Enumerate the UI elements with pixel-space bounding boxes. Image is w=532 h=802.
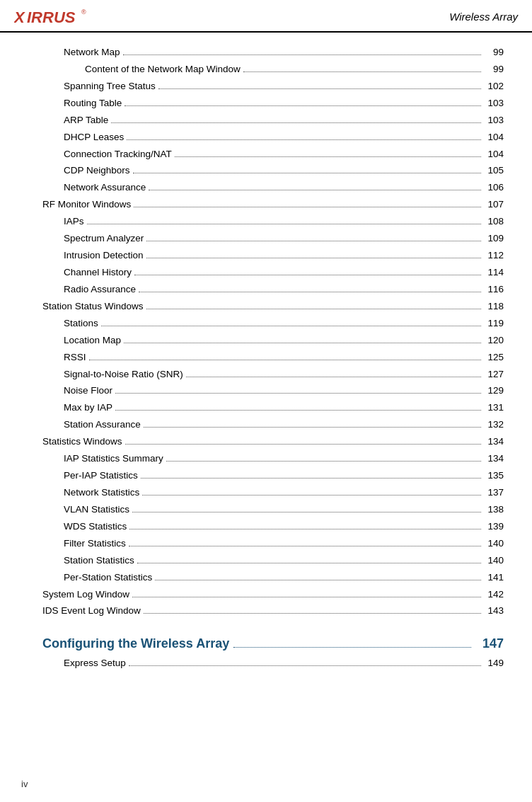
toc-entry: Max by IAP131	[42, 401, 504, 416]
toc-entry: CDP Neighbors105	[42, 164, 504, 178]
toc-dots	[186, 377, 481, 377]
toc-label: RF Monitor Windows	[42, 197, 131, 212]
toc-entry: Signal-to-Noise Ratio (SNR)127	[42, 367, 504, 382]
toc-page: 104	[484, 130, 504, 145]
toc-dots	[155, 580, 481, 580]
toc-label: IDS Event Log Window	[42, 604, 141, 619]
toc-dots	[132, 512, 481, 512]
toc-dots	[142, 495, 481, 495]
toc-label: Network Assurance	[64, 181, 146, 195]
toc-dots	[129, 546, 481, 546]
header-title: Wireless Array	[449, 11, 518, 23]
toc-page: 103	[484, 113, 504, 128]
toc-dots	[146, 258, 481, 258]
toc-dots	[124, 343, 481, 343]
page-number: iv	[21, 779, 28, 789]
toc-entry: Filter Statistics140	[42, 537, 504, 551]
toc-page: 114	[484, 265, 504, 280]
toc-label: Connection Tracking/NAT	[64, 147, 172, 162]
toc-page: 102	[484, 79, 504, 94]
toc-dots	[125, 105, 481, 106]
toc-dots	[149, 190, 481, 190]
toc-page: 107	[484, 197, 504, 212]
svg-text:®: ®	[81, 8, 86, 16]
toc-page: 134	[484, 435, 504, 449]
toc-label: VLAN Statistics	[64, 503, 129, 517]
toc-label: Spectrum Analyzer	[64, 231, 144, 246]
toc-page: 112	[484, 248, 504, 263]
toc-page: 109	[484, 231, 504, 246]
toc-entry: VLAN Statistics138	[42, 503, 504, 517]
toc-entries: Network Map99Content of the Network Map …	[42, 45, 504, 619]
toc-dots	[175, 156, 481, 157]
toc-dots	[146, 241, 481, 241]
toc-label: Per-IAP Statistics	[64, 469, 138, 483]
toc-page: 116	[484, 282, 504, 297]
toc-entry: Statistics Windows134	[42, 435, 504, 449]
toc-entry: Channel History114	[42, 265, 504, 280]
toc-label: IAPs	[64, 214, 84, 229]
toc-page: 118	[484, 299, 504, 314]
toc-page: 103	[484, 96, 504, 111]
big-heading-entry: Configuring the Wireless Array 147	[42, 634, 504, 653]
toc-page: 104	[484, 147, 504, 162]
toc-entry: ARP Table103	[42, 113, 504, 128]
toc-label: IAP Statistics Summary	[64, 452, 163, 466]
toc-label: Stations	[64, 316, 98, 331]
sub-entries: Express Setup149	[42, 656, 504, 671]
toc-label: Spanning Tree Status	[64, 79, 156, 94]
toc-entry: DHCP Leases104	[42, 130, 504, 145]
toc-entry: RF Monitor Windows107	[42, 197, 504, 212]
toc-page: 131	[484, 401, 504, 416]
toc-label: Noise Floor	[64, 384, 112, 399]
toc-dots	[146, 309, 481, 309]
toc-dots	[144, 613, 481, 614]
toc-dots	[123, 55, 481, 55]
toc-page: 142	[484, 588, 504, 602]
toc-label: Location Map	[64, 333, 121, 348]
toc-entry: Connection Tracking/NAT104	[42, 147, 504, 162]
toc-entry: Stations119	[42, 316, 504, 331]
toc-entry: System Log Window142	[42, 588, 504, 602]
toc-page: 139	[484, 520, 504, 534]
toc-dots	[129, 529, 481, 529]
toc-entry: Network Statistics137	[42, 486, 504, 500]
logo-area: X IRRUS ®	[14, 6, 92, 27]
toc-dots	[144, 427, 481, 428]
toc-entry: Spanning Tree Status102	[42, 79, 504, 94]
toc-dots	[166, 461, 481, 462]
toc-label: Filter Statistics	[64, 537, 126, 551]
toc-entry: Per-Station Statistics141	[42, 571, 504, 585]
toc-entry: IAP Statistics Summary134	[42, 452, 504, 466]
toc-entry: Network Map99	[42, 45, 504, 60]
xirrus-logo-icon: X IRRUS ®	[14, 6, 92, 27]
toc-page: 125	[484, 350, 504, 365]
toc-sub-label: Express Setup	[64, 656, 126, 671]
toc-page: 137	[484, 486, 504, 500]
toc-page: 140	[484, 554, 504, 568]
toc-sub-dots	[129, 665, 481, 666]
toc-page: 129	[484, 384, 504, 399]
toc-label: Radio Assurance	[64, 282, 136, 297]
toc-entry: Intrusion Detection112	[42, 248, 504, 263]
toc-label: System Log Window	[42, 588, 129, 602]
toc-label: RSSI	[64, 350, 86, 365]
toc-dots	[133, 173, 481, 173]
toc-page: 99	[484, 45, 504, 60]
toc-label: Network Map	[64, 45, 120, 60]
toc-label: Signal-to-Noise Ratio (SNR)	[64, 367, 183, 382]
toc-label: WDS Statistics	[64, 520, 127, 534]
svg-text:IRRUS: IRRUS	[27, 8, 76, 26]
toc-page: 135	[484, 469, 504, 483]
toc-page: 105	[484, 164, 504, 178]
toc-dots	[115, 393, 481, 394]
toc-entry: Routing Table103	[42, 96, 504, 111]
toc-label: Station Assurance	[64, 418, 141, 432]
toc-entry: Station Assurance132	[42, 418, 504, 432]
toc-page: 99	[484, 62, 504, 77]
toc-dots	[137, 563, 481, 563]
svg-text:X: X	[14, 8, 25, 26]
toc-dots	[101, 326, 481, 326]
toc-page: 108	[484, 214, 504, 229]
toc-dots	[89, 360, 481, 360]
